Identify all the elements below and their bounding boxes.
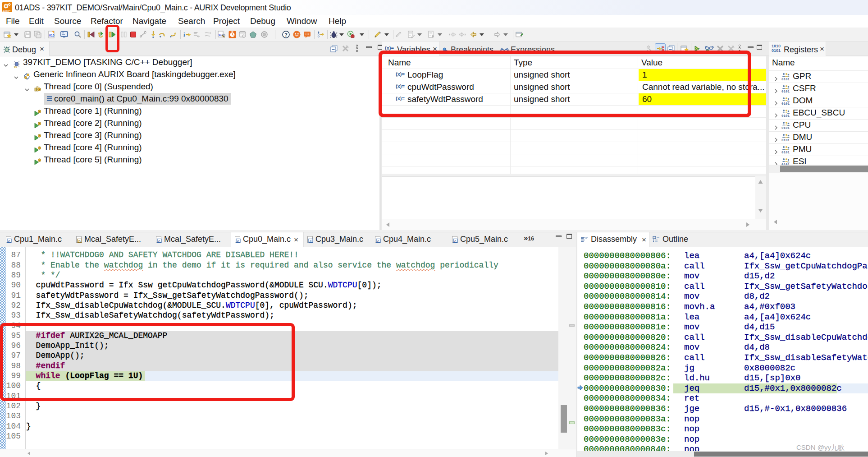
svg-text:010: 010 bbox=[49, 34, 55, 37]
svg-text:0101: 0101 bbox=[781, 78, 790, 81]
svg-text:AURIX™: AURIX™ bbox=[3, 10, 11, 12]
svg-text:?: ? bbox=[284, 32, 288, 37]
svg-text:0101: 0101 bbox=[781, 90, 790, 93]
svg-text:vs: vs bbox=[14, 65, 17, 68]
svg-text:0101: 0101 bbox=[781, 114, 790, 117]
svg-text:0101: 0101 bbox=[781, 126, 790, 129]
svg-text:0101: 0101 bbox=[781, 102, 790, 105]
svg-text:i: i bbox=[183, 32, 185, 38]
svg-text:0101: 0101 bbox=[781, 151, 790, 154]
svg-text:0101: 0101 bbox=[781, 138, 790, 142]
